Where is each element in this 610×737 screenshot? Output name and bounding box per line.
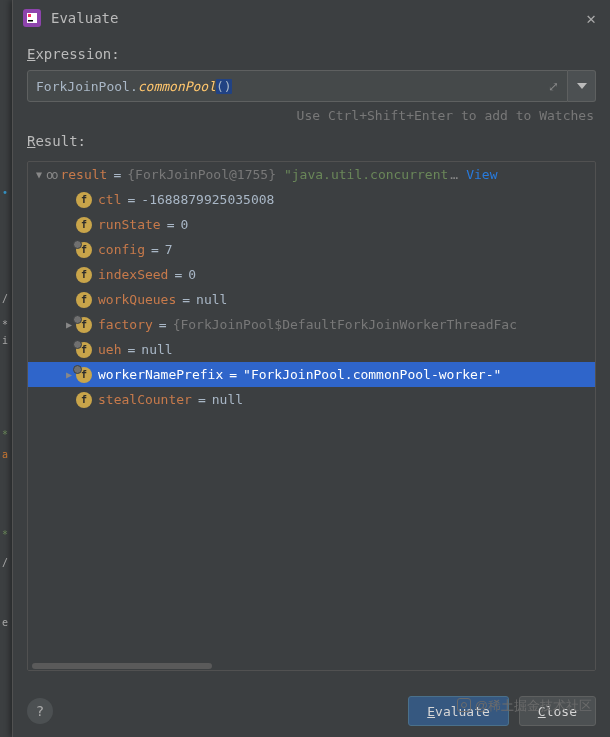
object-icon: oo <box>46 168 56 182</box>
gutter-glyph: • <box>2 188 8 198</box>
expand-icon[interactable]: ⤢ <box>548 79 559 94</box>
gutter-glyph: / <box>2 294 8 304</box>
result-tree-viewport[interactable]: ▼ oo result = {ForkJoinPool@1755} "java.… <box>28 162 595 662</box>
field-name: workerNamePrefix <box>98 367 223 382</box>
gutter-glyph: i <box>2 336 8 346</box>
value-preview: "java.util.concurrent <box>284 167 448 182</box>
field-value: 7 <box>165 242 173 257</box>
close-icon[interactable]: ✕ <box>582 5 600 32</box>
field-name: runState <box>98 217 161 232</box>
field-value: null <box>196 292 227 307</box>
field-name: indexSeed <box>98 267 168 282</box>
result-tree: ▼ oo result = {ForkJoinPool@1755} "java.… <box>27 161 596 671</box>
gutter-glyph: * <box>2 320 8 330</box>
field-value: {ForkJoinPool$DefaultForkJoinWorkerThrea… <box>173 317 517 332</box>
horizontal-scrollbar[interactable] <box>28 662 595 670</box>
result-label: Result: <box>13 133 610 157</box>
gutter-glyph: / <box>2 558 8 568</box>
expression-label: Expression: <box>13 36 610 70</box>
field-name: ueh <box>98 342 121 357</box>
field-icon: f <box>76 292 92 308</box>
tree-field-row[interactable]: fconfig=7 <box>28 237 595 262</box>
gutter-glyph: a <box>2 450 8 460</box>
hint-text: Use Ctrl+Shift+Enter to add to Watches <box>13 102 610 133</box>
tree-root-row[interactable]: ▼ oo result = {ForkJoinPool@1755} "java.… <box>28 162 595 187</box>
field-value: 0 <box>188 267 196 282</box>
history-dropdown-button[interactable] <box>568 70 596 102</box>
scrollbar-thumb[interactable] <box>32 663 212 669</box>
close-button[interactable]: Close <box>519 696 596 726</box>
field-name: ctl <box>98 192 121 207</box>
gutter-glyph: e <box>2 618 8 628</box>
svg-rect-2 <box>28 20 33 22</box>
field-icon: f <box>76 267 92 283</box>
field-icon: f <box>76 342 92 358</box>
field-icon: f <box>76 317 92 333</box>
tree-field-row[interactable]: fueh=null <box>28 337 595 362</box>
gutter-glyph: * <box>2 430 8 440</box>
field-name: stealCounter <box>98 392 192 407</box>
tree-field-row[interactable]: ▶ffactory={ForkJoinPool$DefaultForkJoinW… <box>28 312 595 337</box>
field-value: "ForkJoinPool.commonPool-worker-" <box>243 367 501 382</box>
expression-input[interactable]: ForkJoinPool.commonPool() ⤢ <box>27 70 568 102</box>
dialog-footer: ? Evaluate Close <box>13 685 610 737</box>
svg-rect-1 <box>28 14 31 17</box>
help-button[interactable]: ? <box>27 698 53 724</box>
field-value: null <box>141 342 172 357</box>
expression-row: ForkJoinPool.commonPool() ⤢ <box>13 70 610 102</box>
evaluate-dialog: Evaluate ✕ Expression: ForkJoinPool.comm… <box>12 0 610 737</box>
field-icon: f <box>76 192 92 208</box>
collapse-icon[interactable]: ▼ <box>32 169 46 180</box>
field-icon: f <box>76 367 92 383</box>
chevron-down-icon <box>577 83 587 89</box>
field-value: -1688879925035008 <box>141 192 274 207</box>
tree-field-row[interactable]: ▶fworkerNamePrefix="ForkJoinPool.commonP… <box>28 362 595 387</box>
field-name: factory <box>98 317 153 332</box>
titlebar: Evaluate ✕ <box>13 0 610 36</box>
type-ref: {ForkJoinPool@1755} <box>127 167 276 182</box>
tree-field-row[interactable]: fctl=-1688879925035008 <box>28 187 595 212</box>
field-icon: f <box>76 217 92 233</box>
tree-field-row[interactable]: fworkQueues=null <box>28 287 595 312</box>
dialog-title: Evaluate <box>51 10 118 26</box>
field-name: workQueues <box>98 292 176 307</box>
gutter-glyph: * <box>2 530 8 540</box>
field-name: result <box>60 167 107 182</box>
field-value: null <box>212 392 243 407</box>
view-link[interactable]: View <box>466 167 497 182</box>
tree-field-row[interactable]: frunState=0 <box>28 212 595 237</box>
editor-gutter: • / * i * a * / e <box>0 0 12 737</box>
field-value: 0 <box>180 217 188 232</box>
tree-field-row[interactable]: findexSeed=0 <box>28 262 595 287</box>
evaluate-button[interactable]: Evaluate <box>408 696 509 726</box>
field-name: config <box>98 242 145 257</box>
app-icon <box>23 9 41 27</box>
tree-field-row[interactable]: fstealCounter=null <box>28 387 595 412</box>
field-icon: f <box>76 392 92 408</box>
field-icon: f <box>76 242 92 258</box>
